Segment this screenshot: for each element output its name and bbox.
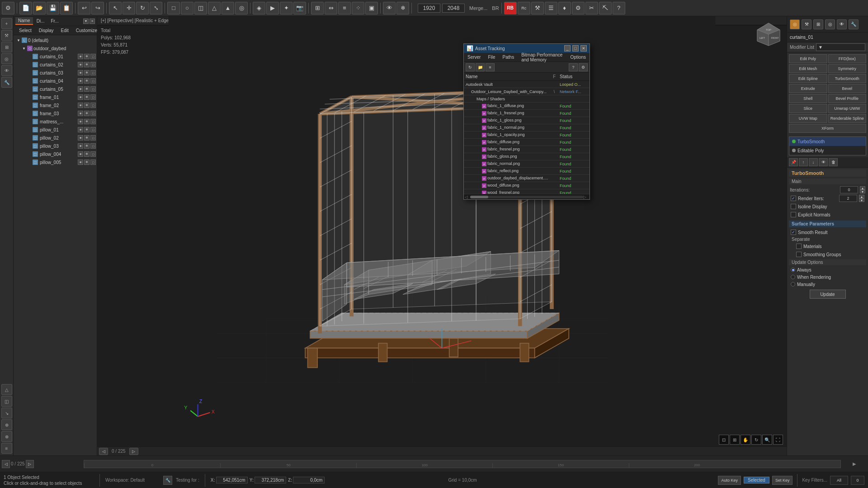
btn-uvw-map[interactable]: UVW Map: [789, 114, 827, 123]
sphere-icon[interactable]: ○: [181, 2, 193, 14]
vis-frame_03[interactable]: 👁: [78, 111, 83, 116]
daybed-expand[interactable]: ▼: [22, 46, 26, 51]
asset-menu-options[interactable]: Options: [569, 54, 588, 60]
camera-icon[interactable]: 📷: [293, 2, 306, 14]
plugin4-icon[interactable]: ⚙: [572, 2, 585, 14]
btn-xform[interactable]: XForm: [789, 124, 866, 133]
btn-edit-spline[interactable]: Edit Spline: [789, 74, 827, 83]
tree-item-mattress_...[interactable]: ◫ mattress_... 👁 ❄ □: [14, 117, 96, 126]
ren-frame_01[interactable]: □: [90, 94, 96, 100]
freeze-icon[interactable]: ❄: [396, 2, 409, 14]
vp-tb1[interactable]: ◁: [99, 448, 108, 455]
frz-pillow_004[interactable]: ❄: [84, 151, 90, 157]
btn-shell[interactable]: Shell: [789, 94, 827, 103]
asset-row-4[interactable]: pfabric_1_fresnel.png Found: [464, 110, 590, 117]
zoom-extents-btn[interactable]: ⊡: [719, 435, 729, 445]
expand-frame_02[interactable]: [27, 103, 32, 108]
expand-curtains_05[interactable]: [27, 87, 32, 91]
expand-curtains_02[interactable]: [27, 62, 32, 67]
vis-curtains_03[interactable]: 👁: [78, 70, 83, 75]
stack-editable-poly[interactable]: Editable Poly: [789, 146, 866, 155]
btn-slice[interactable]: Slice: [789, 104, 827, 113]
asset-row-5[interactable]: pfabric_1_gloss.png Found: [464, 117, 590, 124]
object-outdoor-daybed[interactable]: ▼ O outdoor_daybed: [14, 44, 96, 52]
dialog-maximize-btn[interactable]: □: [572, 45, 579, 52]
filter-btn[interactable]: ▼: [83, 19, 89, 24]
light-icon[interactable]: ✦: [280, 2, 292, 14]
display-icon[interactable]: 👁: [1, 65, 12, 76]
save-icon[interactable]: 💾: [47, 2, 59, 14]
mirror-icon[interactable]: ⇔: [325, 2, 337, 14]
group-icon[interactable]: ▣: [365, 2, 378, 14]
rp-icon6[interactable]: 🔧: [849, 19, 859, 29]
zoom-region-btn[interactable]: ⊞: [730, 435, 740, 445]
render-iters-up[interactable]: ▲: [859, 195, 864, 198]
stack-turbosm[interactable]: TurboSmooth: [789, 137, 866, 146]
ren-curtains_02[interactable]: □: [90, 62, 96, 67]
asset-row-8[interactable]: pfabric_diffuse.png Found: [464, 139, 590, 146]
ren-pillow_01[interactable]: □: [90, 127, 96, 132]
layer-expand[interactable]: ▼: [16, 38, 21, 42]
btn-edit-mesh[interactable]: Edit Mesh: [789, 64, 827, 73]
frz-mattress_...[interactable]: ❄: [84, 119, 90, 124]
asset-row-2[interactable]: Maps / Shaders: [464, 95, 590, 103]
key-filters-input[interactable]: All: [830, 476, 848, 485]
asset-row-1[interactable]: Outdoor_Leisure_Daybed_with_Canopy... \ …: [464, 88, 590, 95]
hide-icon[interactable]: 👁: [383, 2, 396, 14]
expand-curtains_03[interactable]: [27, 70, 32, 75]
nav-cube[interactable]: TOP LEFT FRONT: [755, 21, 782, 48]
frz-frame_02[interactable]: ❄: [84, 103, 90, 108]
asset-row-14[interactable]: pwood_diffuse.png Found: [464, 182, 590, 189]
asset-row-12[interactable]: pfabric_reflect.png Found: [464, 168, 590, 175]
render-iters-input[interactable]: [839, 195, 857, 202]
btn-bevel[interactable]: Bevel: [828, 84, 867, 93]
new-file-icon[interactable]: 📄: [19, 2, 32, 14]
frz-pillow_01[interactable]: ❄: [84, 127, 90, 132]
tree-item-curtains_03[interactable]: ◫ curtains_03 👁 ❄ □: [14, 69, 96, 77]
box-icon[interactable]: □: [167, 2, 180, 14]
ren-frame_03[interactable]: □: [90, 111, 96, 116]
ren-pillow_02[interactable]: □: [90, 135, 96, 141]
ren-mattress_...[interactable]: □: [90, 119, 96, 124]
btn-symmetry[interactable]: Symmetry: [828, 64, 867, 73]
vis-pillow_01[interactable]: 👁: [78, 127, 83, 132]
create-icon[interactable]: +: [1, 18, 12, 29]
tools5-icon[interactable]: ⊗: [1, 431, 12, 442]
redo-icon[interactable]: ↪: [91, 2, 104, 14]
rp-icon2[interactable]: ⚒: [802, 19, 811, 29]
tab-di[interactable]: Di...: [34, 18, 47, 24]
select-icon[interactable]: ↖: [109, 2, 122, 14]
zoom-btn[interactable]: 🔍: [762, 435, 772, 445]
frz-pillow_02[interactable]: ❄: [84, 135, 90, 141]
layer-default[interactable]: ▼ L 0 (default): [14, 36, 96, 44]
timeline-next-btn[interactable]: ▷: [26, 460, 34, 468]
vis-pillow_03[interactable]: 👁: [78, 143, 83, 149]
btn-turbosmooth[interactable]: TurboSmooth: [828, 74, 867, 83]
asset-row-10[interactable]: pfabric_gloss.png Found: [464, 153, 590, 160]
btn-renderable-spline[interactable]: Renderable Spline: [828, 114, 867, 123]
asset-row-15[interactable]: pwood_fresnel.png Found: [464, 189, 590, 194]
smooth-result-checkbox[interactable]: [791, 230, 796, 235]
btn-ffd-box[interactable]: FFD(box): [828, 54, 867, 63]
dialog-close-btn[interactable]: ✕: [580, 45, 587, 52]
orbit-btn[interactable]: ↻: [751, 435, 761, 445]
asset-row-11[interactable]: pfabric_normal.png Found: [464, 160, 590, 168]
asset-row-7[interactable]: pfabric_1_opacity.png Found: [464, 131, 590, 139]
vis-pillow_02[interactable]: 👁: [78, 135, 83, 141]
tab-fr[interactable]: Fr...: [48, 18, 61, 24]
iterations-down[interactable]: ▼: [860, 190, 865, 193]
cylinder-icon[interactable]: ◫: [194, 2, 207, 14]
workspace-icon[interactable]: 🔧: [163, 476, 172, 485]
vis-mattress_...[interactable]: 👁: [78, 119, 83, 124]
key-value-input[interactable]: 0: [851, 476, 864, 485]
scroll-right[interactable]: ▷: [583, 195, 589, 199]
asset-tb1[interactable]: ↻: [466, 63, 475, 71]
frz-curtains_02[interactable]: ❄: [84, 62, 90, 67]
iterations-up[interactable]: ▲: [860, 186, 865, 190]
vis-pillow_004[interactable]: 👁: [78, 151, 83, 157]
asset-row-3[interactable]: pfabric_1_diffuse.png Found: [464, 103, 590, 110]
vis-curtains_05[interactable]: 👁: [78, 86, 83, 92]
stack-down-btn[interactable]: ↓: [809, 158, 818, 166]
menu-customize[interactable]: Customize: [72, 27, 101, 34]
tools2-icon[interactable]: ◫: [1, 396, 12, 407]
